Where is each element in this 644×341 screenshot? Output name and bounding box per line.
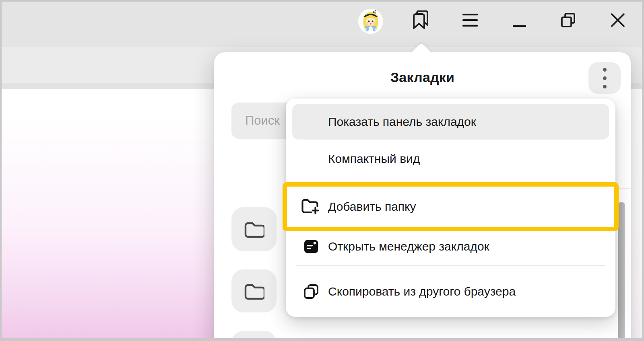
minimize-button[interactable] [512,23,528,30]
bookmark-folder-tile[interactable] [231,207,277,251]
menu-item-copy-from-other-browser[interactable]: Скопировать из другого браузера [292,266,609,317]
close-window-button[interactable] [610,12,625,29]
folder-icon [244,282,264,300]
close-icon [610,12,625,28]
profile-avatar[interactable] [358,9,383,34]
menu-item-add-folder[interactable]: Добавить папку [287,187,614,227]
bookmarks-options-menu: Показать панель закладок Компактный вид … [286,99,615,317]
folder-icon [244,220,264,238]
bookmark-manager-icon [302,237,320,256]
browser-menu-button[interactable] [461,12,479,30]
kebab-menu-icon [603,68,607,88]
panel-scrollbar[interactable] [618,202,625,338]
menu-item-label: Скопировать из другого браузера [328,285,516,298]
browser-window: Закладки Показать панель закладок [2,2,642,338]
panel-more-options-button[interactable] [588,62,621,94]
bookmarks-panel: Закладки Показать панель закладок [214,52,631,338]
restore-icon [561,13,576,28]
add-folder-icon [301,197,319,216]
minimize-icon [512,24,528,28]
bookmark-folder-tile[interactable] [231,331,277,338]
tutorial-highlight-frame: Добавить папку [283,182,619,231]
menu-item-label: Добавить папку [328,200,416,214]
restore-window-button[interactable] [561,13,576,30]
menu-item-label: Показать панель закладок [328,115,476,129]
alice-avatar-icon [358,9,383,34]
menu-item-label: Компактный вид [328,152,420,166]
tab-strip [2,2,642,47]
panel-title: Закладки [214,70,631,85]
menu-item-label: Открыть менеджер закладок [328,240,489,253]
bookmark-folder-tile[interactable] [231,269,277,312]
bookmarks-toolbar-button[interactable] [412,10,429,31]
copy-from-browser-icon [302,282,320,301]
menu-item-compact-view[interactable]: Компактный вид [292,140,609,178]
menu-item-open-bookmark-manager[interactable]: Открыть менеджер закладок [292,230,609,263]
hamburger-menu-icon [461,12,479,29]
menu-item-show-bookmarks-bar[interactable]: Показать панель закладок [292,104,609,140]
bookmarks-icon [412,10,429,30]
